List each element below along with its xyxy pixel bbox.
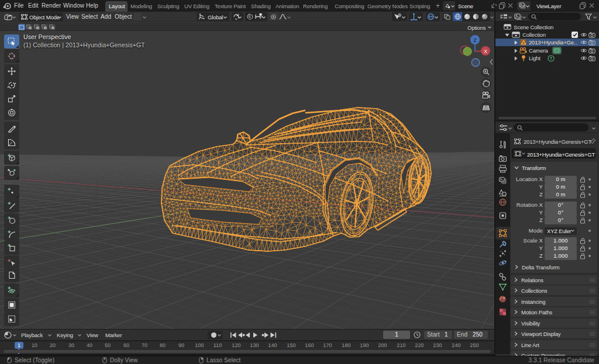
svg-text:X: X	[484, 48, 487, 54]
svg-text:Z: Z	[473, 37, 477, 43]
